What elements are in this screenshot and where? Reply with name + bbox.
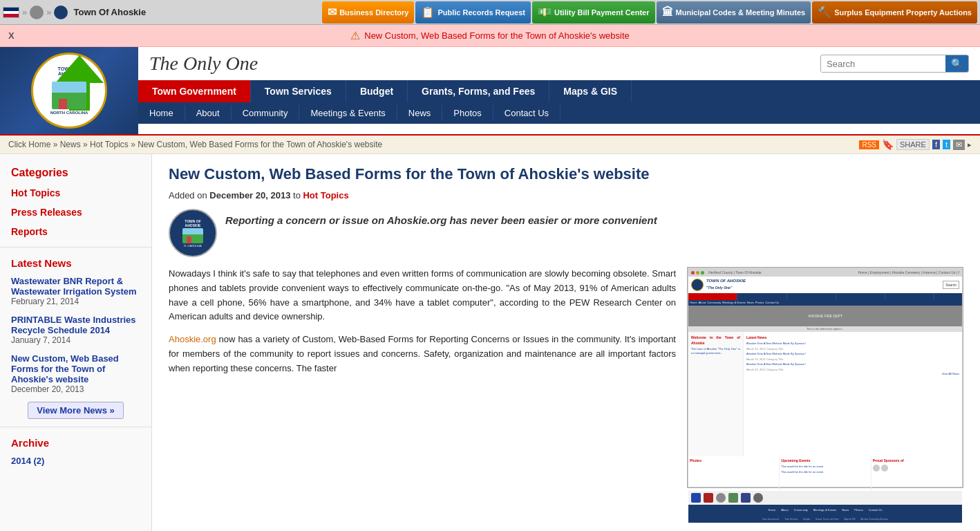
utility-bill-label: Utility Bill Payment Center (554, 8, 650, 17)
news-title-1[interactable]: Wastewater BNR Report & Wastewater Irrig… (11, 276, 140, 297)
nav-town-services[interactable]: Town Services (251, 80, 346, 102)
mini-footer-photos: Photos (854, 508, 863, 512)
municipal-codes-button[interactable]: 🏛 Municipal Codes & Meeting Minutes (657, 1, 811, 24)
nav-maps-gis[interactable]: Maps & GIS (549, 80, 632, 102)
sidebar-divider-1 (0, 247, 151, 248)
mini-content-area: Welcome to the Town of Ahoskie The town … (688, 332, 962, 456)
bookmark-icon[interactable]: 🔖 (882, 139, 894, 150)
article-date: December 20, 2013 (209, 190, 290, 201)
business-directory-label: Business Directory (339, 8, 408, 17)
mini-hero-image: AHOSKIE FIRE DEPT (688, 306, 962, 326)
mini-view-all: View All News (746, 372, 959, 376)
surplus-equipment-button[interactable]: 🔨 Surplus Equipment Property Auctions (812, 1, 977, 24)
article-title: New Custom, Web Based Forms for the Town… (169, 165, 963, 183)
mini-org-6 (753, 493, 763, 503)
top-bar-buttons: ✉ Business Directory 📋 Public Records Re… (322, 1, 977, 24)
top-bar-left: » » Town Of Ahoskie (3, 6, 322, 19)
mini-nav-1 (688, 293, 737, 300)
top-bar: » » Town Of Ahoskie ✉ Business Directory… (0, 0, 980, 25)
business-directory-button[interactable]: ✉ Business Directory (322, 1, 414, 24)
share-label: SHARE (896, 139, 930, 150)
logo-circle: TOWN OF AHOSKIE EST. 1893 NORTH CAROLINA (31, 53, 107, 129)
mini-welcome-text: The town of Ahoskie "The Only One" is a … (691, 347, 740, 356)
news-title-3[interactable]: New Custom, Web Based Forms for the Town… (11, 353, 140, 384)
mini-welcome-title: Welcome to the Town of Ahoskie (691, 335, 740, 346)
mini-sub-5: News (747, 301, 754, 305)
header-right: The Only One 🔍 Town Government Town Serv… (138, 47, 980, 134)
facebook-icon[interactable]: f (932, 140, 940, 149)
sponsor-1 (873, 465, 880, 472)
logo-inner: TOWN OF AHOSKIE EST. 1893 NORTH CAROLINA (50, 66, 88, 115)
mini-org-3 (716, 493, 726, 503)
building-icon: 🏛 (662, 6, 673, 19)
sidebar-item-press-releases[interactable]: Press Releases (0, 203, 151, 222)
nav-grants-forms-fees[interactable]: Grants, Forms, and Fees (408, 80, 549, 102)
article-intro: TOWN OF AHOSKIE N. CAROLINA Reporting a … (169, 209, 963, 257)
article-category-link[interactable]: Hot Topics (303, 190, 348, 201)
subnav-news[interactable]: News (397, 105, 443, 121)
subnav-photos[interactable]: Photos (442, 105, 493, 121)
rss-icon[interactable]: RSS (859, 140, 879, 149)
nav-budget[interactable]: Budget (346, 80, 408, 102)
town-logo-small (54, 6, 68, 19)
view-more-button[interactable]: View More News » (28, 402, 123, 419)
site-title: The Only One (149, 53, 258, 75)
alert-message: New Custom, Web Based Forms for the Town… (364, 30, 630, 41)
sidebar-item-hot-topics[interactable]: Hot Topics (0, 183, 151, 203)
content-wrapper: Categories Hot Topics Press Releases Rep… (0, 154, 980, 531)
mini-sponsor-logos (873, 465, 961, 472)
mini-nav-4 (836, 293, 885, 300)
search-input[interactable] (821, 56, 945, 72)
mini-event-2: This would be the title for an event (781, 470, 869, 474)
mini-footer-home: Home (769, 508, 776, 512)
mini-photos-title: Photos (690, 458, 778, 463)
nav-town-government[interactable]: Town Government (138, 80, 251, 102)
breadcrumb-bar: Click Home » News » Hot Topics » New Cus… (0, 136, 980, 154)
news-date-2: January 7, 2014 (0, 335, 151, 351)
mini-footer-about: About (781, 508, 788, 512)
sidebar-item-reports[interactable]: Reports (0, 222, 151, 241)
utility-bill-button[interactable]: 💵 Utility Bill Payment Center (532, 1, 655, 24)
document-icon: 📋 (421, 6, 435, 19)
archive-heading: Archive (0, 433, 151, 453)
town-name: Town Of Ahoskie (73, 7, 146, 17)
mini-footer-community: Community (794, 508, 808, 512)
subnav-contact-us[interactable]: Contact Us (493, 105, 560, 121)
envelope-icon: ✉ (328, 6, 337, 19)
subnav-community[interactable]: Community (232, 105, 300, 121)
municipal-codes-label: Municipal Codes & Meeting Minutes (676, 8, 806, 17)
ahoskie-org-link[interactable]: Ahoskie.org (169, 334, 216, 344)
article-logo-inner: TOWN OF AHOSKIE N. CAROLINA (182, 219, 203, 248)
surplus-equipment-label: Surplus Equipment Property Auctions (834, 8, 972, 17)
categories-heading: Categories (0, 162, 151, 183)
alert-close-button[interactable]: X (8, 30, 15, 41)
latest-news-heading: Latest News (0, 253, 151, 273)
email-share-icon[interactable]: ✉ (953, 140, 965, 150)
mini-browser-bar: Hertford County | Town Of Ahoskie Home |… (688, 268, 962, 277)
mini-org-logos (688, 491, 962, 505)
mini-nav-2 (737, 293, 786, 300)
site-header: TOWN OF AHOSKIE EST. 1893 NORTH CAROLINA… (0, 47, 980, 136)
mini-nav-3 (787, 293, 836, 300)
sidebar: Categories Hot Topics Press Releases Rep… (0, 154, 152, 531)
public-records-button[interactable]: 📋 Public Records Request (415, 1, 531, 24)
archive-item-2014[interactable]: 2014 (2) (0, 453, 151, 469)
alert-bar: X ⚠ New Custom, Web Based Forms for the … (0, 25, 980, 47)
subnav-about[interactable]: About (185, 105, 232, 121)
article-screenshot: Hertford County | Town Of Ahoskie Home |… (687, 267, 963, 488)
public-records-label: Public Records Request (437, 8, 525, 17)
twitter-icon[interactable]: t (943, 140, 950, 149)
mini-browser: Hertford County | Town Of Ahoskie Home |… (688, 268, 963, 487)
hammer-icon: 🔨 (818, 6, 831, 19)
search-button[interactable]: 🔍 (945, 55, 968, 72)
article-meta: Added on December 20, 2013 to Hot Topics (169, 190, 963, 201)
mini-events-section: Upcoming Events This would be the title … (780, 456, 871, 491)
alert-bar-wrapper: X ⚠ New Custom, Web Based Forms for the … (0, 25, 980, 47)
sub-nav: Home About Community Meetings & Events N… (138, 102, 980, 124)
news-title-2[interactable]: PRINTABLE Waste Industries Recycle Sched… (11, 315, 140, 335)
view-more-area: View More News » (0, 400, 151, 421)
more-share-icon[interactable]: ▸ (968, 140, 972, 149)
subnav-home[interactable]: Home (138, 105, 185, 121)
news-date-1: February 21, 2014 (0, 297, 151, 312)
subnav-meetings-events[interactable]: Meetings & Events (299, 105, 397, 121)
